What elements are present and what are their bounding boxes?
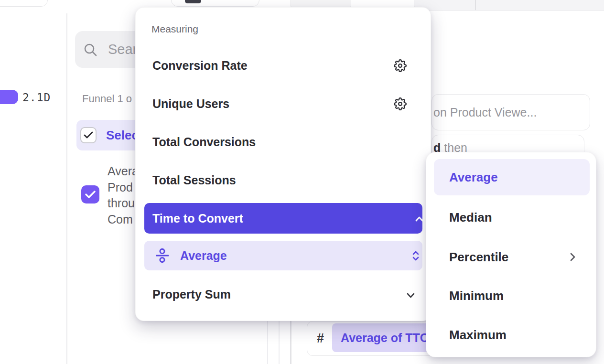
background-card-top-left: [0, 0, 48, 7]
toggle-handle: [185, 0, 201, 3]
chevron-down-icon: [407, 293, 415, 298]
menu-item-property-sum[interactable]: Property Sum: [136, 275, 431, 313]
chevron-up-icon: [415, 216, 423, 222]
funnel-step-text: on Product Viewe...: [433, 106, 537, 119]
column-divider: [279, 321, 280, 364]
menu-item-total-sessions[interactable]: Total Sessions: [136, 161, 431, 199]
toolbar-divider: [475, 0, 476, 11]
menu-item-total-conversions[interactable]: Total Conversions: [136, 123, 431, 161]
metric-checkbox-checked[interactable]: [81, 185, 99, 203]
funnel-step-card[interactable]: on Product Viewe...: [431, 94, 590, 130]
checkmark-icon: [85, 191, 96, 199]
agg-item-minimum[interactable]: Minimum: [426, 277, 597, 315]
menu-item-conversion-rate[interactable]: Conversion Rate: [136, 46, 431, 85]
series-legend-label: 2.1D: [22, 91, 51, 104]
step-select-label: Selec: [106, 128, 139, 143]
measuring-menu-header: Measuring: [151, 23, 198, 35]
checkmark-icon: [84, 131, 93, 139]
chevron-up-down-icon: [411, 250, 420, 261]
measuring-menu: Measuring Conversion Rate Unique Users T…: [135, 7, 431, 321]
numeric-type-symbol: #: [317, 321, 324, 355]
average-icon: [156, 248, 169, 263]
series-legend-pill: [0, 90, 18, 104]
search-placeholder: Sear: [108, 42, 137, 57]
menu-item-unique-users[interactable]: Unique Users: [136, 85, 431, 123]
agg-item-average-selected[interactable]: Average: [434, 159, 590, 195]
search-icon: [83, 43, 97, 57]
column-divider: [267, 321, 268, 364]
agg-item-percentile[interactable]: Percentile: [426, 238, 597, 276]
ttc-aggregation-select[interactable]: Average: [144, 241, 422, 270]
agg-item-maximum[interactable]: Maximum: [426, 316, 597, 354]
background-toolbar-right: [414, 0, 604, 11]
funnel-builder-screen: 2.1D Sear Funnel 1 o Selec Avera Prod th…: [0, 0, 604, 364]
step-checkbox-checked[interactable]: [80, 127, 97, 143]
aggregation-menu: Average Median Percentile Minimum Maximu…: [426, 152, 596, 357]
panel-divider: [66, 13, 67, 364]
funnel-count-label: Funnel 1 o: [82, 93, 132, 105]
column-divider: [290, 321, 291, 364]
menu-item-time-to-convert-selected[interactable]: Time to Convert: [144, 203, 422, 234]
gear-icon[interactable]: [394, 59, 407, 72]
gear-icon[interactable]: [394, 97, 407, 110]
agg-item-median[interactable]: Median: [426, 198, 597, 236]
background-card-top-center: [171, 0, 259, 7]
chevron-right-icon: [570, 253, 576, 261]
